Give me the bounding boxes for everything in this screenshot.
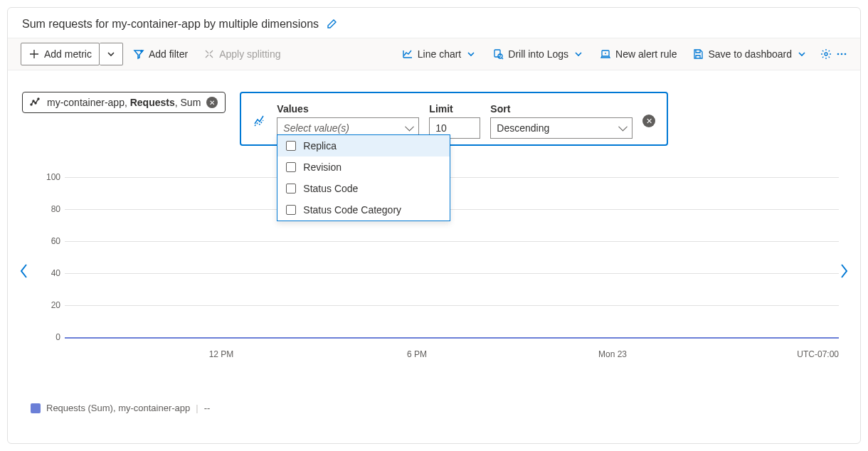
y-tick-label: 20 (43, 300, 60, 310)
svg-point-3 (825, 53, 827, 55)
chart-type-button[interactable]: Line chart (396, 46, 482, 63)
splitting-panel: Values Select value(s) Limit Sort Descen… (240, 92, 668, 146)
y-tick-label: 100 (43, 172, 60, 182)
toolbar: Add metric Add filter Apply splitting Li… (8, 38, 860, 70)
svg-point-5 (841, 53, 843, 55)
remove-splitting-button[interactable]: ✕ (642, 115, 655, 127)
y-tick-label: 0 (43, 332, 60, 342)
metric-icon (30, 97, 41, 108)
add-metric-chevron[interactable] (100, 43, 123, 65)
legend: Requests (Sum), my-container-app | -- (31, 403, 210, 413)
edit-title-icon[interactable] (326, 18, 337, 30)
split-panel-icon (253, 114, 267, 128)
add-metric-label: Add metric (44, 48, 92, 60)
filter-icon (133, 48, 144, 60)
svg-point-9 (35, 102, 36, 104)
x-tick-label: 6 PM (407, 349, 427, 359)
limit-label: Limit (429, 103, 480, 115)
svg-point-10 (38, 98, 39, 100)
legend-value: -- (204, 403, 211, 413)
more-icon[interactable] (836, 48, 847, 60)
new-alert-label: New alert rule (615, 48, 677, 60)
checkbox-icon (286, 205, 296, 215)
drill-logs-label: Drill into Logs (508, 48, 568, 60)
values-option[interactable]: Replica (277, 135, 450, 156)
apply-splitting-label: Apply splitting (219, 48, 280, 60)
add-filter-label: Add filter (149, 48, 188, 60)
values-option[interactable]: Status Code (277, 178, 450, 199)
chevron-down-icon (796, 48, 808, 60)
values-option[interactable]: Status Code Category (277, 199, 450, 221)
gridline (65, 241, 839, 242)
chart-body: my-container-app, Requests, Sum ✕ Values… (8, 70, 860, 428)
gridline (65, 273, 839, 274)
values-option[interactable]: Revision (277, 156, 450, 178)
add-filter-button[interactable]: Add filter (127, 46, 194, 63)
y-tick-label: 40 (43, 268, 60, 278)
alert-icon (600, 48, 611, 60)
chart-type-label: Line chart (418, 48, 461, 60)
save-dashboard-button[interactable]: Save to dashboard (687, 46, 813, 63)
gridline (65, 209, 839, 210)
settings-icon[interactable] (820, 48, 832, 60)
logs-icon (492, 48, 504, 60)
chevron-down-icon (105, 48, 117, 60)
chart-series-line (65, 337, 839, 339)
sort-select[interactable]: Descending (490, 117, 633, 139)
page-title: Sum requests for my-container-app by mul… (22, 18, 319, 31)
values-dropdown: Replica Revision Status Code Status Code… (277, 134, 450, 221)
drill-logs-button[interactable]: Drill into Logs (487, 46, 590, 63)
gridline (65, 305, 839, 306)
save-dashboard-label: Save to dashboard (708, 48, 792, 60)
checkbox-icon (286, 184, 296, 193)
add-metric-button[interactable]: Add metric (21, 43, 100, 65)
apply-splitting-button: Apply splitting (198, 46, 286, 63)
chevron-down-icon (465, 48, 477, 60)
x-tick-label: 12 PM (209, 349, 234, 359)
checkbox-icon (286, 141, 296, 151)
metric-chip[interactable]: my-container-app, Requests, Sum ✕ (22, 92, 226, 113)
metric-chip-text: my-container-app, Requests, Sum (47, 97, 201, 108)
chart-prev-button[interactable] (14, 258, 35, 289)
new-alert-button[interactable]: New alert rule (594, 46, 682, 63)
x-tick-label: Mon 23 (598, 349, 627, 359)
y-tick-label: 80 (43, 204, 60, 214)
metrics-card: Sum requests for my-container-app by mul… (7, 7, 861, 444)
svg-point-7 (31, 104, 32, 105)
svg-point-6 (845, 53, 847, 55)
y-tick-label: 60 (43, 236, 60, 246)
values-label: Values (277, 103, 419, 115)
split-icon (203, 48, 215, 60)
checkbox-icon (286, 162, 296, 172)
sort-label: Sort (490, 103, 633, 115)
save-icon (692, 48, 704, 60)
gridline (65, 177, 839, 178)
svg-rect-0 (494, 50, 500, 57)
remove-metric-button[interactable]: ✕ (206, 97, 218, 108)
legend-text: Requests (Sum), my-container-app (46, 403, 190, 413)
svg-point-4 (837, 53, 840, 55)
legend-swatch (31, 403, 41, 413)
timezone-label: UTC-07:00 (797, 349, 839, 359)
svg-point-8 (33, 100, 34, 102)
line-chart-icon (402, 48, 413, 60)
chevron-down-icon (573, 48, 584, 60)
plus-icon (28, 48, 40, 60)
title-row: Sum requests for my-container-app by mul… (8, 8, 860, 38)
